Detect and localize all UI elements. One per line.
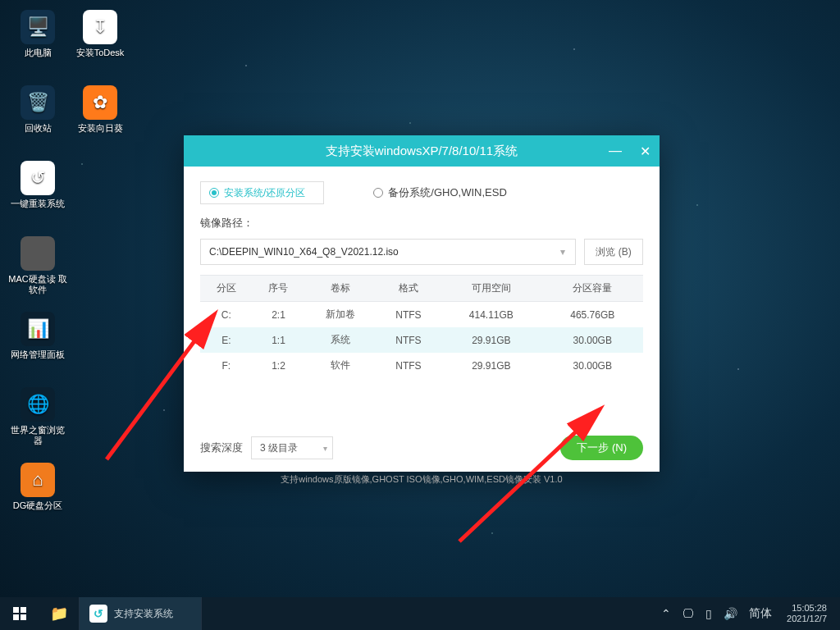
desktop-icon-label: 安装ToDesk <box>75 48 126 58</box>
clock-time: 15:05:28 <box>787 603 827 614</box>
table-cell: 30.00GB <box>542 327 643 353</box>
table-row[interactable]: C:2:1新加卷NTFS414.11GB465.76GB <box>200 302 643 328</box>
table-cell: 1:2 <box>253 353 305 378</box>
desktop-icon-mac-hdd-reader[interactable]: MAC硬盘读 取软件 <box>7 233 69 302</box>
table-header: 可用空间 <box>441 276 541 302</box>
table-cell: 软件 <box>304 353 377 378</box>
taskbar-clock[interactable]: 15:05:28 2021/12/7 <box>783 603 835 624</box>
search-depth-select[interactable]: 3 级目录 ▾ <box>251 436 333 459</box>
search-depth-value: 3 级目录 <box>260 441 298 455</box>
desktop-icon-one-key-reinstall[interactable]: ↺一键重装系统 <box>7 158 69 226</box>
svg-rect-5 <box>21 614 26 620</box>
desktop-icon-this-pc[interactable]: 🖥️此电脑 <box>7 7 69 75</box>
svg-rect-3 <box>21 607 26 613</box>
table-header: 格式 <box>377 276 441 302</box>
table-cell: NTFS <box>377 327 441 353</box>
task-app-icon: ↺ <box>89 605 107 623</box>
desktop-icon-label: 回收站 <box>23 123 53 134</box>
mode-install-label: 安装系统/还原分区 <box>224 186 305 200</box>
table-header: 分区容量 <box>542 276 643 302</box>
taskbar-active-task[interactable]: ↺ 支持安装系统 <box>79 597 202 630</box>
desktop-icon-label: 世界之窗浏览 器 <box>7 425 69 446</box>
chevron-down-icon[interactable]: ▾ <box>550 240 575 264</box>
installer-window: 支持安装windowsXP/7/8/10/11系统 — ✕ 安装系统/还原分区 … <box>184 135 660 472</box>
svg-rect-4 <box>13 614 19 620</box>
tray-up-icon[interactable]: ⌃ <box>661 607 671 620</box>
desktop-icon-install-sunflower[interactable]: ✿安装向日葵 <box>69 82 131 151</box>
desktop-icon-label: 网络管理面板 <box>9 349 66 360</box>
system-tray: ⌃ 🖵 ▯ 🔊 简体 15:05:28 2021/12/7 <box>653 603 840 624</box>
desktop-icon-world-browser[interactable]: 🌐世界之窗浏览 器 <box>7 384 69 453</box>
mode-backup-radio[interactable]: 备份系统/GHO,WIN,ESD <box>373 185 506 200</box>
clock-date: 2021/12/7 <box>787 614 827 624</box>
recycle-bin-icon: 🗑️ <box>21 85 55 120</box>
table-header: 序号 <box>253 276 305 302</box>
mode-install-radio[interactable]: 安装系统/还原分区 <box>200 181 324 204</box>
table-cell: 1:1 <box>253 327 305 353</box>
window-titlebar: 支持安装windowsXP/7/8/10/11系统 — ✕ <box>184 135 660 167</box>
table-cell: 30.00GB <box>542 353 643 378</box>
table-cell: F: <box>200 353 253 378</box>
tray-battery-icon[interactable]: ▯ <box>705 607 712 620</box>
install-todesk-icon: ↧ <box>83 10 117 44</box>
table-cell: 新加卷 <box>304 302 377 328</box>
close-button[interactable]: ✕ <box>630 135 660 167</box>
start-button[interactable] <box>0 597 39 630</box>
supports-text: 支持windows原版镜像,GHOST ISO镜像,GHO,WIM,ESD镜像安… <box>200 473 643 486</box>
desktop-icon-recycle-bin[interactable]: 🗑️回收站 <box>7 82 69 151</box>
search-depth-label: 搜索深度 <box>200 441 243 455</box>
world-browser-icon: 🌐 <box>21 387 55 422</box>
minimize-button[interactable]: — <box>600 135 630 167</box>
mac-hdd-reader-icon <box>21 236 55 271</box>
desktop-icon-label: DG硬盘分区 <box>11 500 65 511</box>
radio-dot-icon <box>373 188 383 198</box>
desktop-icon-label: MAC硬盘读 取软件 <box>7 274 69 295</box>
table-header: 卷标 <box>304 276 377 302</box>
partition-table: 分区序号卷标格式可用空间分区容量 C:2:1新加卷NTFS414.11GB465… <box>200 275 643 378</box>
taskbar-explorer-icon[interactable]: 📁 <box>39 597 79 630</box>
table-cell: E: <box>200 327 253 353</box>
table-row[interactable]: E:1:1系统NTFS29.91GB30.00GB <box>200 327 643 353</box>
table-cell: 465.76GB <box>542 302 643 328</box>
desktop-icon-network-panel[interactable]: 📊网络管理面板 <box>7 308 69 377</box>
taskbar: 📁 ↺ 支持安装系统 ⌃ 🖵 ▯ 🔊 简体 15:05:28 2021/12/7 <box>0 597 840 630</box>
this-pc-icon: 🖥️ <box>21 10 55 44</box>
desktop-icon-label: 一键重装系统 <box>9 199 66 209</box>
table-cell: NTFS <box>377 302 441 328</box>
desktop-icon-label: 此电脑 <box>23 48 53 58</box>
table-cell: 2:1 <box>253 302 305 328</box>
table-row[interactable]: F:1:2软件NTFS29.91GB30.00GB <box>200 353 643 378</box>
table-cell: 29.91GB <box>441 353 541 378</box>
tray-volume-icon[interactable]: 🔊 <box>724 607 737 620</box>
radio-dot-icon <box>209 188 219 198</box>
chevron-down-icon: ▾ <box>323 444 327 453</box>
tray-ime[interactable]: 简体 <box>749 606 772 621</box>
desktop-icon-dg-partition[interactable]: ⌂DG硬盘分区 <box>7 459 69 528</box>
next-button[interactable]: 下一步 (N) <box>560 436 643 460</box>
table-cell: 29.91GB <box>441 327 541 353</box>
desktop-icons: 🖥️此电脑🗑️回收站↺一键重装系统MAC硬盘读 取软件📊网络管理面板🌐世界之窗浏… <box>7 7 138 535</box>
network-panel-icon: 📊 <box>21 312 55 346</box>
table-cell: 414.11GB <box>441 302 541 328</box>
svg-rect-2 <box>13 607 19 613</box>
install-sunflower-icon: ✿ <box>83 85 117 120</box>
window-title: 支持安装windowsXP/7/8/10/11系统 <box>326 144 518 159</box>
one-key-reinstall-icon: ↺ <box>21 161 55 195</box>
tray-display-icon[interactable]: 🖵 <box>682 607 694 620</box>
table-cell: C: <box>200 302 253 328</box>
desktop-icon-install-todesk[interactable]: ↧安装ToDesk <box>69 7 131 75</box>
table-cell: NTFS <box>377 353 441 378</box>
table-header: 分区 <box>200 276 253 302</box>
image-path-combo[interactable]: C:\DEEPIN_WIN10_X64_Q8_V2021.12.iso ▾ <box>200 239 576 265</box>
dg-partition-icon: ⌂ <box>21 463 55 497</box>
path-label: 镜像路径： <box>200 216 643 231</box>
desktop-icon-label: 安装向日葵 <box>76 123 125 134</box>
browse-button[interactable]: 浏览 (B) <box>584 239 643 265</box>
mode-backup-label: 备份系统/GHO,WIN,ESD <box>388 185 506 200</box>
task-label: 支持安装系统 <box>114 607 173 621</box>
table-cell: 系统 <box>304 327 377 353</box>
image-path-value: C:\DEEPIN_WIN10_X64_Q8_V2021.12.iso <box>209 246 399 258</box>
